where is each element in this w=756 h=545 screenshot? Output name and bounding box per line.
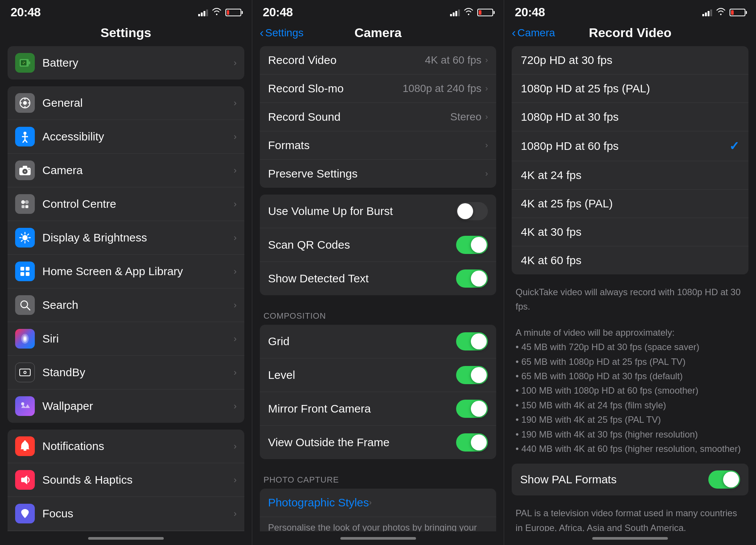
rv-item-4k-30[interactable]: 4K at 30 fps [512, 218, 748, 246]
sidebar-item-siri[interactable]: Siri › [8, 322, 244, 356]
scan-qr-label: Scan QR Codes [268, 238, 456, 251]
home-indicator-2 [252, 531, 504, 545]
sidebar-item-display-brightness[interactable]: Display & Brightness › [8, 221, 244, 255]
rv-label-4k-25-pal: 4K at 25 fps (PAL) [521, 197, 739, 210]
cam-item-record-slo-mo[interactable]: Record Slo-mo 1080p at 240 fps › [260, 75, 497, 103]
rv-item-1080p-25-pal[interactable]: 1080p HD at 25 fps (PAL) [512, 75, 748, 103]
quicktake-note: QuickTake video will always record with … [512, 281, 748, 322]
back-to-settings[interactable]: ‹ Settings [260, 27, 304, 39]
cam-item-mirror-front[interactable]: Mirror Front Camera [260, 392, 497, 426]
photographic-styles-label: Photographic Styles [268, 496, 369, 509]
cam-item-record-video[interactable]: Record Video 4K at 60 fps › [260, 46, 497, 75]
svg-rect-19 [28, 169, 30, 170]
cam-item-view-outside[interactable]: View Outside the Frame [260, 426, 497, 459]
svg-line-31 [28, 234, 29, 235]
rv-item-720p-30[interactable]: 720p HD at 30 fps [512, 46, 748, 75]
sidebar-item-wallpaper[interactable]: Wallpaper › [8, 389, 244, 423]
record-video-value: 4K at 60 fps [425, 54, 481, 66]
status-time-2: 20:48 [263, 5, 293, 19]
cam-item-preserve-settings[interactable]: Preserve Settings › [260, 160, 497, 188]
sidebar-item-accessibility[interactable]: Accessibility › [8, 120, 244, 154]
rv-label-4k-30: 4K at 30 fps [521, 226, 739, 238]
home-screen-label: Home Screen & App Library [42, 265, 234, 278]
back-to-camera[interactable]: ‹ Camera [512, 27, 555, 39]
sidebar-item-general[interactable]: General › [8, 86, 244, 120]
accessibility-label: Accessibility [42, 130, 234, 143]
cam-item-scan-qr[interactable]: Scan QR Codes [260, 228, 497, 262]
cam-item-record-sound[interactable]: Record Sound Stereo › [260, 103, 497, 131]
cam-item-grid[interactable]: Grid [260, 325, 497, 358]
svg-point-45 [21, 402, 24, 405]
notifications-label: Notifications [42, 440, 234, 453]
battery-chevron: › [234, 58, 237, 68]
svg-rect-2 [21, 60, 26, 65]
svg-line-30 [28, 240, 29, 241]
svg-point-41 [24, 337, 26, 341]
status-time-3: 20:48 [515, 5, 545, 19]
standby-icon [15, 363, 35, 382]
show-pal-formats-row[interactable]: Show PAL Formats [512, 464, 748, 495]
svg-point-24 [22, 235, 28, 240]
nav-bar-camera: ‹ Settings Camera [252, 22, 504, 46]
svg-rect-46 [23, 449, 26, 451]
signal-icon-1 [198, 9, 208, 16]
cam-item-use-volume-up[interactable]: Use Volume Up for Burst [260, 195, 497, 228]
pal-note: PAL is a television video format used in… [512, 502, 748, 531]
rv-label-1080p-30: 1080p HD at 30 fps [521, 111, 739, 123]
svg-point-44 [24, 372, 26, 373]
battery-icon-1 [225, 9, 241, 16]
home-indicator-1 [0, 531, 252, 545]
use-volume-up-toggle[interactable] [456, 202, 488, 220]
mirror-front-toggle[interactable] [456, 400, 488, 418]
scan-qr-toggle[interactable] [456, 236, 488, 254]
home-indicator-3 [504, 531, 756, 545]
sidebar-item-sounds-haptics[interactable]: Sounds & Haptics › [8, 463, 244, 497]
view-outside-toggle[interactable] [456, 433, 488, 452]
camera-icon [15, 160, 35, 180]
show-pal-formats-toggle[interactable] [708, 470, 740, 489]
focus-label: Focus [42, 507, 234, 520]
cam-nav-group: Record Video 4K at 60 fps › Record Slo-m… [260, 46, 497, 188]
record-sound-value: Stereo [450, 111, 482, 123]
back-label-camera: Settings [265, 27, 303, 39]
search-label: Search [42, 299, 234, 311]
camera-label: Camera [42, 164, 234, 177]
sidebar-item-camera[interactable]: Camera › [8, 154, 244, 187]
svg-marker-49 [24, 475, 27, 484]
grid-toggle[interactable] [456, 332, 488, 350]
preserve-settings-label: Preserve Settings [268, 167, 485, 180]
home-screen-icon [15, 262, 35, 281]
rv-item-4k-60[interactable]: 4K at 60 fps [512, 246, 748, 274]
sidebar-item-notifications[interactable]: Notifications › [8, 430, 244, 463]
level-toggle[interactable] [456, 366, 488, 384]
wifi-icon-2 [464, 8, 473, 17]
cam-item-formats[interactable]: Formats › [260, 131, 497, 160]
photo-capture-header: PHOTO CAPTURE [260, 466, 497, 489]
wallpaper-label: Wallpaper [42, 400, 234, 413]
sidebar-item-search[interactable]: Search › [8, 288, 244, 322]
rv-item-4k-25-pal[interactable]: 4K at 25 fps (PAL) [512, 190, 748, 218]
sidebar-item-standby[interactable]: StandBy › [8, 356, 244, 389]
sidebar-item-home-screen[interactable]: Home Screen & App Library › [8, 255, 244, 288]
sidebar-item-control-centre[interactable]: Control Centre › [8, 187, 244, 221]
camera-panel: 20:48 ‹ Settings Ca [252, 0, 504, 545]
svg-rect-33 [20, 267, 24, 271]
grid-label: Grid [268, 335, 456, 348]
rv-item-4k-24[interactable]: 4K at 24 fps [512, 161, 748, 190]
record-video-panel: 20:48 ‹ Camera Reco [504, 0, 756, 545]
control-centre-icon [15, 194, 35, 214]
rv-item-1080p-30[interactable]: 1080p HD at 30 fps [512, 103, 748, 131]
cam-item-show-detected-text[interactable]: Show Detected Text [260, 262, 497, 295]
svg-rect-48 [21, 478, 24, 482]
cam-item-photographic-styles[interactable]: Photographic Styles › [260, 489, 497, 517]
sidebar-item-focus[interactable]: Focus › [8, 497, 244, 531]
signal-icon-3 [702, 9, 712, 16]
focus-icon [15, 504, 35, 523]
show-detected-text-toggle[interactable] [456, 269, 488, 288]
status-icons-3 [702, 8, 745, 17]
cam-item-level[interactable]: Level [260, 358, 497, 392]
rv-label-4k-24: 4K at 24 fps [521, 169, 739, 182]
sidebar-item-battery[interactable]: Battery › [8, 46, 244, 79]
rv-item-1080p-60[interactable]: 1080p HD at 60 fps ✓ [512, 131, 748, 161]
accessibility-icon [15, 127, 35, 146]
